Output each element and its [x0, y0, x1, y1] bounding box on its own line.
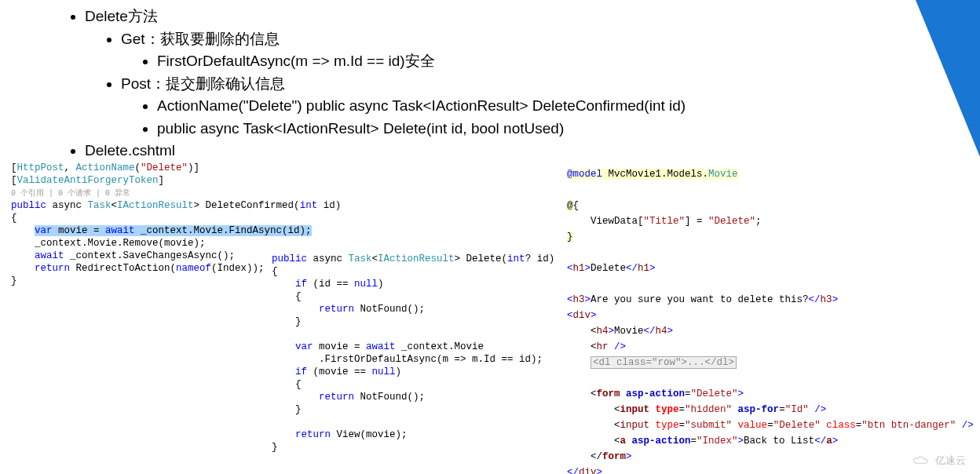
watermark-text: 亿速云	[935, 454, 966, 468]
code-block-2: public async Task<IActionResult> Delete(…	[272, 253, 561, 454]
bullet-l1b2: public async Task<IActionResult> Delete(…	[157, 118, 980, 140]
bullet-l1b: Post：提交删除确认信息	[121, 73, 980, 95]
bullet-l1b1: ActionName("Delete") public async Task<I…	[157, 95, 980, 117]
bullet-l1a: Get：获取要删除的信息	[121, 28, 980, 50]
decorative-triangle	[916, 0, 980, 157]
code-block-1: [HttpPost, ActionName("Delete")] [Valida…	[11, 162, 270, 287]
bullet-l2: Delete.cshtml	[85, 140, 980, 162]
watermark-logo: 亿速云	[912, 454, 966, 468]
code-block-3: @model MvcMovie1.Models.Movie @{ ViewDat…	[567, 166, 960, 474]
bullet-l1: Delete方法	[85, 5, 980, 27]
bullet-l1a1: FirstOrDefaultAsync(m => m.Id == id)安全	[157, 50, 980, 72]
code-area: [HttpPost, ActionName("Delete")] [Valida…	[11, 162, 971, 471]
bullet-outline: Delete方法 Get：获取要删除的信息 FirstOrDefaultAsyn…	[0, 0, 980, 162]
cloud-icon	[912, 455, 932, 466]
